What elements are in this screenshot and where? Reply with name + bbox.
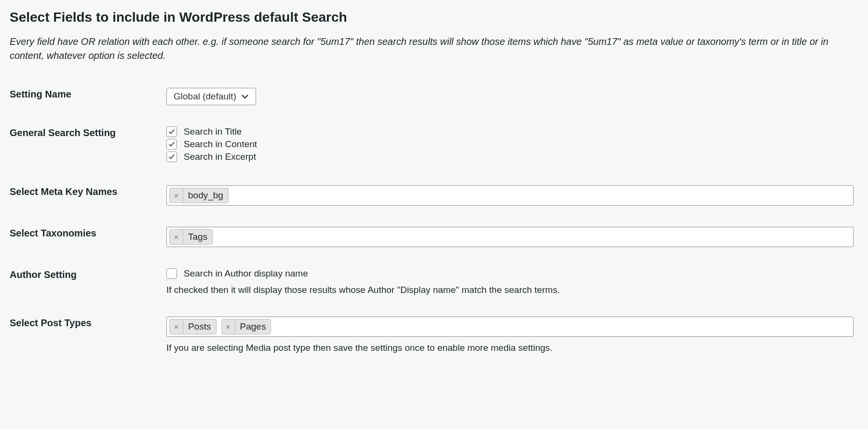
- taxonomy-tag: ×Tags: [169, 229, 213, 245]
- post-types-label: Select Post Types: [10, 306, 166, 364]
- post-type-tag: ×Pages: [221, 319, 271, 334]
- general-search-label: General Search Setting: [10, 116, 166, 175]
- form-table: Setting Name Global (default) General Se…: [10, 77, 858, 364]
- general-search-option-label: Search in Content: [184, 139, 257, 150]
- post-types-field[interactable]: ×Posts×Pages: [166, 317, 854, 337]
- author-checkbox[interactable]: [166, 268, 177, 279]
- close-icon[interactable]: ×: [170, 188, 183, 203]
- page-description: Every field have OR relation with each o…: [10, 35, 858, 63]
- author-checkbox-label: Search in Author display name: [184, 268, 308, 279]
- taxonomies-label: Select Taxonomies: [10, 216, 166, 258]
- general-search-checkbox-2[interactable]: [166, 152, 177, 162]
- general-search-checkbox-0[interactable]: [166, 126, 177, 137]
- meta-keys-field[interactable]: ×body_bg: [166, 185, 854, 206]
- chevron-down-icon: [241, 93, 249, 100]
- close-icon[interactable]: ×: [170, 230, 183, 244]
- close-icon[interactable]: ×: [222, 319, 235, 334]
- author-hint: If checked then it will display those re…: [166, 285, 854, 295]
- general-search-option-label: Search in Excerpt: [184, 152, 256, 162]
- close-icon[interactable]: ×: [170, 319, 183, 334]
- setting-name-selected: Global (default): [174, 91, 236, 102]
- post-type-tag-label: Pages: [235, 319, 271, 334]
- page-title: Select Fields to include in WordPress de…: [10, 10, 858, 25]
- author-label: Author Setting: [10, 258, 166, 306]
- taxonomy-tag-label: Tags: [183, 230, 212, 244]
- post-type-tag: ×Posts: [169, 319, 217, 334]
- setting-name-label: Setting Name: [10, 77, 166, 116]
- taxonomies-field[interactable]: ×Tags: [166, 227, 854, 247]
- general-search-checkbox-1[interactable]: [166, 139, 177, 150]
- general-search-option-label: Search in Title: [184, 126, 242, 137]
- setting-name-select[interactable]: Global (default): [166, 88, 256, 105]
- settings-form: Select Fields to include in WordPress de…: [0, 0, 868, 378]
- meta-key-tag-label: body_bg: [183, 188, 228, 203]
- post-types-hint: If you are selecting Media post type the…: [166, 343, 854, 353]
- meta-key-tag: ×body_bg: [169, 188, 229, 203]
- post-type-tag-label: Posts: [183, 319, 216, 334]
- meta-keys-label: Select Meta Key Names: [10, 175, 166, 216]
